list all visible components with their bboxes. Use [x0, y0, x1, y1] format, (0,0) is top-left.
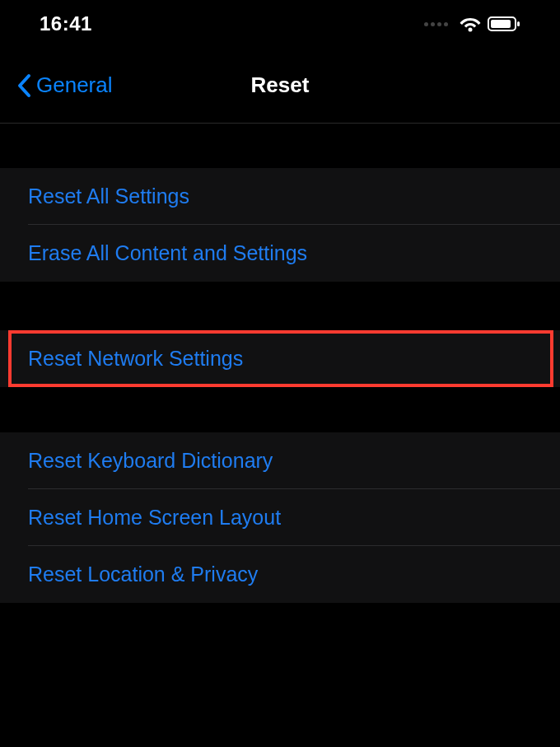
- row-label: Erase All Content and Settings: [28, 241, 307, 265]
- settings-group: Reset Network Settings: [0, 330, 560, 387]
- wifi-icon: [460, 16, 481, 32]
- status-bar: 16:41: [0, 0, 560, 48]
- reset-network-settings-row[interactable]: Reset Network Settings: [0, 330, 560, 387]
- reset-keyboard-dictionary-row[interactable]: Reset Keyboard Dictionary: [0, 432, 560, 489]
- section-spacer: [0, 124, 560, 168]
- svg-point-0: [469, 28, 473, 32]
- svg-rect-3: [517, 21, 520, 26]
- status-time: 16:41: [40, 12, 92, 35]
- settings-group: Reset All Settings Erase All Content and…: [0, 168, 560, 282]
- battery-icon: [488, 16, 520, 31]
- status-indicators: [424, 16, 520, 32]
- page-title: Reset: [251, 72, 310, 98]
- highlighted-section: Reset Network Settings: [0, 330, 560, 387]
- back-label: General: [36, 72, 113, 98]
- row-label: Reset All Settings: [28, 184, 189, 208]
- reset-home-screen-layout-row[interactable]: Reset Home Screen Layout: [0, 489, 560, 546]
- row-label: Reset Network Settings: [28, 347, 243, 371]
- reset-location-privacy-row[interactable]: Reset Location & Privacy: [0, 546, 560, 603]
- svg-rect-2: [491, 20, 511, 28]
- row-label: Reset Location & Privacy: [28, 563, 258, 586]
- row-label: Reset Keyboard Dictionary: [28, 449, 273, 473]
- erase-all-content-row[interactable]: Erase All Content and Settings: [0, 225, 560, 282]
- section-spacer: [0, 387, 560, 432]
- navigation-bar: General Reset: [0, 48, 560, 124]
- section-spacer: [0, 282, 560, 330]
- cellular-signal-icon: [424, 22, 448, 26]
- chevron-left-icon: [16, 73, 31, 98]
- row-label: Reset Home Screen Layout: [28, 506, 281, 530]
- back-button[interactable]: General: [16, 72, 113, 98]
- reset-all-settings-row[interactable]: Reset All Settings: [0, 168, 560, 225]
- settings-group: Reset Keyboard Dictionary Reset Home Scr…: [0, 432, 560, 603]
